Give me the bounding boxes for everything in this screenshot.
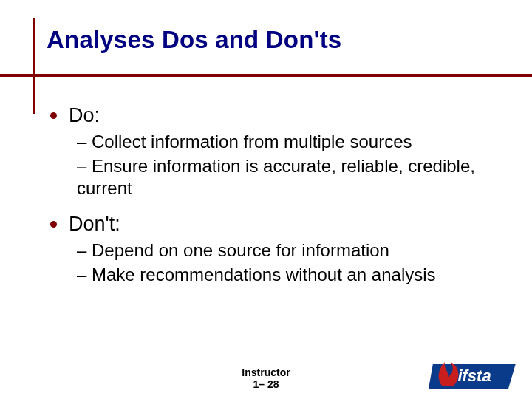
sub-item: – Ensure information is accurate, reliab… (77, 155, 494, 200)
horizontal-rule (0, 74, 532, 77)
sub-text: – Depend on one source for information (77, 239, 494, 262)
bullet-label: Do: (69, 103, 100, 128)
sub-text: – Make recommendations without an analys… (77, 264, 494, 287)
footer-line1: Instructor (242, 366, 290, 378)
bullet-label: Don't: (69, 212, 120, 236)
vertical-rule (33, 18, 35, 114)
bullet-item: Don't: (50, 212, 494, 236)
bullet-dot-icon (50, 221, 57, 228)
slide: Analyses Dos and Don'ts Do: – Collect in… (0, 0, 532, 399)
svg-text:ifsta: ifsta (457, 366, 491, 385)
footer-line2: 1– 28 (253, 378, 279, 390)
sub-item: – Collect information from multiple sour… (77, 131, 494, 154)
sub-text: – Ensure information is accurate, reliab… (77, 155, 494, 200)
content-area: Do: – Collect information from multiple … (50, 103, 494, 287)
sub-item: – Depend on one source for information (77, 239, 494, 262)
slide-title: Analyses Dos and Don'ts (47, 26, 341, 54)
sub-text: – Collect information from multiple sour… (77, 131, 494, 154)
spacer (50, 202, 494, 212)
ifsta-logo: ifsta (429, 356, 517, 392)
bullet-item: Do: (50, 103, 494, 128)
bullet-dot-icon (50, 112, 57, 119)
sub-item: – Make recommendations without an analys… (77, 264, 494, 287)
